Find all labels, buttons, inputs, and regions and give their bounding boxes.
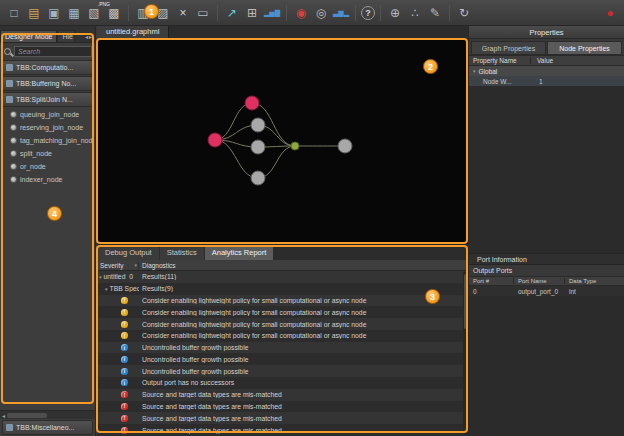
help-button[interactable]: ? xyxy=(361,6,375,20)
group-label: TBB:Miscellaneo... xyxy=(16,424,74,431)
diagnostic-row[interactable]: iUncontrolled buffer growth possible xyxy=(97,365,468,377)
sidebar-hscrollbar[interactable]: ◂ xyxy=(0,410,95,419)
line-chart-button[interactable]: ↗ xyxy=(223,4,241,22)
diagnostic-text: Source and target data types are mis-mat… xyxy=(139,391,468,398)
expand-chevron-icon[interactable]: ▾ xyxy=(473,68,476,74)
open-button[interactable]: ▤ xyxy=(25,4,43,22)
tab-analytics-report[interactable]: Analytics Report xyxy=(205,247,274,260)
copy-button[interactable]: ▥ xyxy=(134,4,152,22)
sidebar-item-reserving_join_node[interactable]: reserving_join_node xyxy=(0,121,95,134)
diagnostic-row[interactable]: !Consider enabling lightweight policy fo… xyxy=(97,306,468,318)
sidebar-item-split_node[interactable]: split_node xyxy=(0,147,95,160)
sidebar-group-0[interactable]: TBB:Computatio... xyxy=(2,60,93,75)
topology-button[interactable]: ⊕ xyxy=(386,4,404,22)
debug-panel-tabbar: Debug Output Statistics Analytics Report xyxy=(97,246,468,260)
sidebar-group-2[interactable]: TBB:Split/Join N... xyxy=(2,92,93,107)
diagnostic-row[interactable]: ▾untitled_0Results(11) xyxy=(97,271,468,283)
sidebar-item-indexer_node[interactable]: indexer_node xyxy=(0,173,95,186)
property-row-node-weight[interactable]: Node W... 1 xyxy=(469,76,624,86)
expand-chevron-icon[interactable]: ▾ xyxy=(105,286,108,292)
graph-node-func-3[interactable] xyxy=(251,171,265,185)
diagnostic-row[interactable]: iUncontrolled buffer growth possible xyxy=(97,342,468,354)
property-group-global[interactable]: ▾ Global xyxy=(469,66,624,76)
property-value[interactable]: 1 xyxy=(531,78,624,85)
export-png-button[interactable]: ▧.PNG xyxy=(85,4,103,22)
column-severity[interactable]: Severity ▾ xyxy=(97,262,139,269)
error-severity-icon: ! xyxy=(121,415,128,422)
save-as-button[interactable]: ▦ xyxy=(65,4,83,22)
save-button[interactable]: ▣ xyxy=(45,4,63,22)
diagnostic-row[interactable]: ▾TBB Spec...Results(9) xyxy=(97,283,468,295)
port-data-type: int xyxy=(565,288,624,295)
ports-table-header: Port # Port Name Data Type xyxy=(469,276,624,286)
sidebar-group-miscellaneous[interactable]: TBB:Miscellaneo... xyxy=(2,420,93,435)
diagnostic-row[interactable]: !Consider enabling lightweight policy fo… xyxy=(97,318,468,330)
export-image-button[interactable]: ▭ xyxy=(194,4,212,22)
sidebar-group-1[interactable]: TBB:Buffering No... xyxy=(2,76,93,91)
graph-node-source-left[interactable] xyxy=(208,133,222,147)
warning-severity-icon: ! xyxy=(121,297,128,304)
system-analysis-button[interactable]: ⊞ xyxy=(243,4,261,22)
graph-node-func-1[interactable] xyxy=(251,118,265,132)
screenshot-button[interactable]: ▩ xyxy=(105,4,123,22)
graph-canvas[interactable] xyxy=(97,40,468,244)
tree-group-label: untitled_0 xyxy=(104,273,133,280)
sidebar-item-tag_matching_join_nod[interactable]: tag_matching_join_nod xyxy=(0,134,95,147)
tab-node-properties[interactable]: Node Properties xyxy=(547,41,622,55)
sidebar-groups: TBB:Computatio...TBB:Buffering No...TBB:… xyxy=(0,59,95,108)
column-diagnostics[interactable]: Diagnostics xyxy=(139,262,468,269)
diagnostic-text: Uncontrolled buffer growth possible xyxy=(139,368,468,375)
info-severity-icon: i xyxy=(121,344,128,351)
tab-scroll-arrows-icon[interactable]: ◂▸ xyxy=(85,33,95,42)
property-table-header: Property Name Value xyxy=(469,55,624,66)
diagnostic-row[interactable]: iOutput port has no successors xyxy=(97,377,468,389)
search-input[interactable]: Search xyxy=(14,46,92,57)
scrollbar-thumb[interactable] xyxy=(464,274,467,329)
diagnostic-row[interactable]: !Source and target data types are mis-ma… xyxy=(97,389,468,401)
sidebar-item-queuing_join_node[interactable]: queuing_join_node xyxy=(0,108,95,121)
refresh-button[interactable]: ↻ xyxy=(455,4,473,22)
diagnostic-row[interactable]: iUncontrolled buffer growth possible xyxy=(97,353,468,365)
settings-button[interactable]: ◎ xyxy=(312,4,330,22)
graph-node-join[interactable] xyxy=(291,142,299,150)
warning-severity-icon: ! xyxy=(121,321,128,328)
info-severity-icon: i xyxy=(121,368,128,375)
tab-statistics[interactable]: Statistics xyxy=(160,247,204,260)
group-label: Global xyxy=(479,68,498,75)
graph-node-sink[interactable] xyxy=(338,139,352,153)
tab-untitled-graphml[interactable]: untitled.graphml xyxy=(97,26,169,39)
info-severity-icon: i xyxy=(121,379,128,386)
error-severity-icon: ! xyxy=(121,427,128,434)
diagnostic-row[interactable]: !Source and target data types are mis-ma… xyxy=(97,401,468,413)
bar-chart-button[interactable]: ▂▅▇ xyxy=(263,4,281,22)
share-graph-button[interactable]: ∴ xyxy=(406,4,424,22)
record-analysis-button[interactable]: ◉ xyxy=(292,4,310,22)
expand-chevron-icon[interactable]: ▾ xyxy=(99,274,102,280)
graph-node-func-2[interactable] xyxy=(251,140,265,154)
tab-graph-properties[interactable]: Graph Properties xyxy=(471,41,546,55)
diagnostic-row[interactable]: !Consider enabling lightweight policy fo… xyxy=(97,295,468,307)
severity-cell: ! xyxy=(97,332,139,339)
stop-button[interactable]: ● xyxy=(601,4,619,22)
diagnostic-text: Source and target data types are mis-mat… xyxy=(139,415,468,422)
node-tools-button[interactable]: ✎ xyxy=(426,4,444,22)
scrollbar-thumb[interactable] xyxy=(7,413,47,418)
paste-button[interactable]: ▨ xyxy=(154,4,172,22)
tab-designer-mode[interactable]: Designer Mode xyxy=(0,30,57,42)
column-port-name: Port Name xyxy=(514,278,565,284)
new-button[interactable]: □ xyxy=(5,4,23,22)
delete-button[interactable]: × xyxy=(174,4,192,22)
severity-cell: i xyxy=(97,379,139,386)
histogram-button[interactable]: ▃▆▂ xyxy=(332,4,350,22)
tab-hierarchical[interactable]: Hie xyxy=(57,30,75,42)
sort-indicator-icon: ▾ xyxy=(134,262,138,268)
diagnostic-row[interactable]: !Consider enabling lightweight policy fo… xyxy=(97,330,468,342)
group-icon xyxy=(6,64,13,71)
port-row[interactable]: 0 output_port_0 int xyxy=(469,286,624,296)
sidebar-item-or_node[interactable]: or_node xyxy=(0,160,95,173)
diagnostic-row[interactable]: !Source and target data types are mis-ma… xyxy=(97,412,468,424)
graph-node-source-top[interactable] xyxy=(245,96,259,110)
scroll-left-icon[interactable]: ◂ xyxy=(0,412,7,419)
tab-debug-output[interactable]: Debug Output xyxy=(98,247,159,260)
diagnostic-row[interactable]: !Source and target data types are mis-ma… xyxy=(97,424,468,436)
